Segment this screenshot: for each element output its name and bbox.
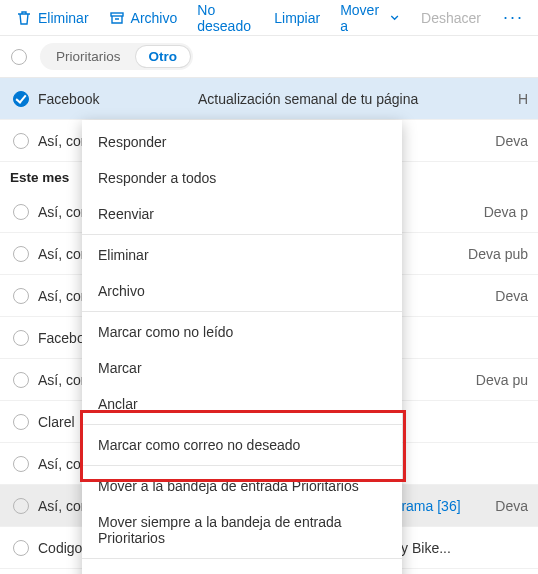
message-row[interactable]: Facebook Actualización semanal de tu pág… [0, 78, 538, 120]
check-circle-icon [13, 498, 29, 514]
check-circle-icon [13, 456, 29, 472]
tab-focused[interactable]: Prioritarios [42, 45, 135, 68]
ctx-reply-all[interactable]: Responder a todos [82, 160, 402, 196]
junk-button[interactable]: No deseado [189, 0, 262, 38]
archive-label: Archivo [131, 10, 178, 26]
sweep-button[interactable]: Limpiar [266, 6, 328, 30]
separator [82, 234, 402, 235]
row-select-toggle[interactable] [10, 91, 32, 107]
check-circle-icon [13, 372, 29, 388]
row-select-toggle[interactable] [10, 330, 32, 346]
ctx-pin[interactable]: Anclar [82, 386, 402, 422]
ctx-archive[interactable]: Archivo [82, 273, 402, 309]
row-select-toggle[interactable] [10, 133, 32, 149]
ctx-mark-unread[interactable]: Marcar como no leído [82, 314, 402, 350]
row-select-toggle[interactable] [10, 372, 32, 388]
chevron-down-icon [388, 10, 401, 26]
separator [82, 311, 402, 312]
trash-icon [16, 10, 32, 26]
ctx-reply[interactable]: Responder [82, 124, 402, 160]
ctx-move-focused[interactable]: Mover a la bandeja de entrada Prioritari… [82, 468, 402, 504]
archive-icon [109, 10, 125, 26]
check-circle-icon [13, 540, 29, 556]
row-select-toggle[interactable] [10, 456, 32, 472]
meta-label: Deva [487, 288, 528, 304]
check-circle-icon [11, 49, 27, 65]
row-select-toggle[interactable] [10, 246, 32, 262]
delete-button[interactable]: Eliminar [8, 6, 97, 30]
separator [82, 424, 402, 425]
junk-label: No deseado [197, 2, 254, 34]
meta-label: Deva pu [468, 372, 528, 388]
ctx-mark[interactable]: Marcar [82, 350, 402, 386]
ctx-always-focused[interactable]: Mover siempre a la bandeja de entrada Pr… [82, 504, 402, 556]
overflow-menu-button[interactable]: ··· [497, 7, 530, 28]
check-circle-icon [13, 246, 29, 262]
sweep-label: Limpiar [274, 10, 320, 26]
undo-button: Deshacer [413, 6, 489, 30]
undo-label: Deshacer [421, 10, 481, 26]
inbox-tabbar: Prioritarios Otro [0, 36, 538, 78]
row-select-toggle[interactable] [10, 204, 32, 220]
meta-label: Deva p [476, 204, 528, 220]
separator [82, 558, 402, 559]
row-select-toggle[interactable] [10, 498, 32, 514]
row-select-toggle[interactable] [10, 288, 32, 304]
delete-label: Eliminar [38, 10, 89, 26]
ctx-mark-junk[interactable]: Marcar como correo no deseado [82, 427, 402, 463]
meta-label: Deva [487, 498, 528, 514]
row-select-toggle[interactable] [10, 414, 32, 430]
archive-button[interactable]: Archivo [101, 6, 186, 30]
ctx-move[interactable]: Mover› [82, 561, 402, 574]
ctx-forward[interactable]: Reenviar [82, 196, 402, 232]
tab-other[interactable]: Otro [135, 45, 192, 68]
focus-other-switch: Prioritarios Otro [40, 43, 193, 70]
separator [82, 465, 402, 466]
meta-label: Deva pub [460, 246, 528, 262]
check-circle-icon [13, 330, 29, 346]
meta-label: Deva [487, 133, 528, 149]
check-circle-icon [13, 288, 29, 304]
action-toolbar: Eliminar Archivo No deseado Limpiar Move… [0, 0, 538, 36]
subject-label: Actualización semanal de tu página [194, 91, 504, 107]
meta-label: H [510, 91, 528, 107]
check-circle-icon [13, 414, 29, 430]
sender-label: Facebook [38, 91, 188, 107]
ctx-delete[interactable]: Eliminar [82, 237, 402, 273]
svg-rect-0 [111, 13, 123, 16]
check-circle-icon [13, 204, 29, 220]
check-circle-icon [13, 133, 29, 149]
check-circle-icon [13, 91, 29, 107]
context-menu: Responder Responder a todos Reenviar Eli… [82, 120, 402, 574]
move-to-label: Mover a [340, 2, 382, 34]
move-to-button[interactable]: Mover a [332, 0, 409, 38]
select-all-toggle[interactable] [8, 49, 30, 65]
row-select-toggle[interactable] [10, 540, 32, 556]
